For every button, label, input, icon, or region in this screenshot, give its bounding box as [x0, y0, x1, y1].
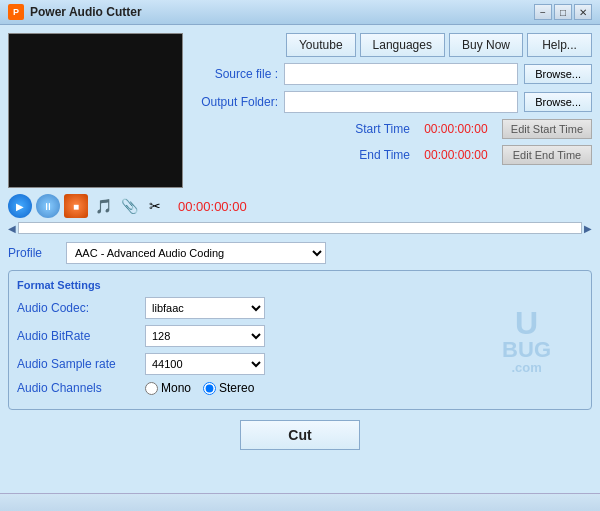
profile-label: Profile: [8, 246, 58, 260]
source-file-label: Source file :: [193, 67, 278, 81]
channels-label: Audio Channels: [17, 381, 137, 395]
bitrate-row: Audio BitRate 6496128192256320: [17, 325, 583, 347]
icon-button-2[interactable]: 📎: [118, 195, 140, 217]
bitrate-label: Audio BitRate: [17, 329, 137, 343]
window-controls: − □ ✕: [534, 4, 592, 20]
icon-button-1[interactable]: 🎵: [92, 195, 114, 217]
end-time-value: 00:00:00:00: [416, 148, 496, 162]
close-button[interactable]: ✕: [574, 4, 592, 20]
format-settings-container: Format Settings Audio Codec: libfaaclibm…: [8, 270, 592, 410]
sample-rate-label: Audio Sample rate: [17, 357, 137, 371]
codec-row: Audio Codec: libfaaclibmp3lamelibvorbis: [17, 297, 583, 319]
minimize-button[interactable]: −: [534, 4, 552, 20]
playback-controls: ▶ ⏸ ■ 🎵 📎 ✂ 00:00:00:00: [8, 194, 592, 218]
format-settings-title: Format Settings: [17, 279, 583, 291]
source-browse-button[interactable]: Browse...: [524, 64, 592, 84]
profile-select[interactable]: AAC - Advanced Audio CodingMP3 - MPEG Au…: [66, 242, 326, 264]
languages-button[interactable]: Languages: [360, 33, 445, 57]
buy-now-button[interactable]: Buy Now: [449, 33, 523, 57]
mono-radio-label[interactable]: Mono: [145, 381, 191, 395]
top-section: Youtube Languages Buy Now Help... Source…: [8, 33, 592, 188]
output-folder-row: Output Folder: Browse...: [193, 91, 592, 113]
stereo-label: Stereo: [219, 381, 254, 395]
icon-button-3[interactable]: ✂: [144, 195, 166, 217]
seekbar-container: ◀ ▶: [8, 220, 592, 236]
seekbar-left-arrow: ◀: [8, 223, 16, 234]
source-file-row: Source file : Browse...: [193, 63, 592, 85]
pause-button[interactable]: ⏸: [36, 194, 60, 218]
play-button[interactable]: ▶: [8, 194, 32, 218]
top-buttons: Youtube Languages Buy Now Help...: [193, 33, 592, 57]
sample-rate-row: Audio Sample rate 220504410048000: [17, 353, 583, 375]
profile-section: Profile AAC - Advanced Audio CodingMP3 -…: [8, 242, 592, 264]
app-icon: P: [8, 4, 24, 20]
youtube-button[interactable]: Youtube: [286, 33, 356, 57]
mono-radio[interactable]: [145, 382, 158, 395]
stereo-radio-label[interactable]: Stereo: [203, 381, 254, 395]
start-time-value: 00:00:00:00: [416, 122, 496, 136]
codec-label: Audio Codec:: [17, 301, 137, 315]
stop-button[interactable]: ■: [64, 194, 88, 218]
cut-button[interactable]: Cut: [240, 420, 360, 450]
playback-time: 00:00:00:00: [178, 199, 247, 214]
source-file-input[interactable]: [284, 63, 518, 85]
seekbar[interactable]: [18, 222, 582, 234]
main-content: Youtube Languages Buy Now Help... Source…: [0, 25, 600, 458]
channels-row: Audio Channels Mono Stereo: [17, 381, 583, 395]
sample-rate-select[interactable]: 220504410048000: [145, 353, 265, 375]
window-title: Power Audio Cutter: [30, 5, 142, 19]
maximize-button[interactable]: □: [554, 4, 572, 20]
title-bar-left: P Power Audio Cutter: [8, 4, 142, 20]
mono-label: Mono: [161, 381, 191, 395]
output-browse-button[interactable]: Browse...: [524, 92, 592, 112]
edit-end-time-button[interactable]: Edit End Time: [502, 145, 592, 165]
help-button[interactable]: Help...: [527, 33, 592, 57]
format-settings: Format Settings Audio Codec: libfaaclibm…: [8, 270, 592, 410]
edit-start-time-button[interactable]: Edit Start Time: [502, 119, 592, 139]
video-preview: [8, 33, 183, 188]
start-time-row: Start Time 00:00:00:00 Edit Start Time: [193, 119, 592, 139]
playback-section: ▶ ⏸ ■ 🎵 📎 ✂ 00:00:00:00 ◀ ▶: [8, 194, 592, 236]
channels-radio-group: Mono Stereo: [145, 381, 254, 395]
cut-section: Cut: [8, 420, 592, 450]
output-folder-input[interactable]: [284, 91, 518, 113]
codec-select[interactable]: libfaaclibmp3lamelibvorbis: [145, 297, 265, 319]
title-bar: P Power Audio Cutter − □ ✕: [0, 0, 600, 25]
start-time-label: Start Time: [350, 122, 410, 136]
status-bar: [0, 493, 600, 511]
output-folder-label: Output Folder:: [193, 95, 278, 109]
end-time-row: End Time 00:00:00:00 Edit End Time: [193, 145, 592, 165]
right-controls: Youtube Languages Buy Now Help... Source…: [193, 33, 592, 188]
seekbar-right-arrow: ▶: [584, 223, 592, 234]
stereo-radio[interactable]: [203, 382, 216, 395]
end-time-label: End Time: [350, 148, 410, 162]
bitrate-select[interactable]: 6496128192256320: [145, 325, 265, 347]
